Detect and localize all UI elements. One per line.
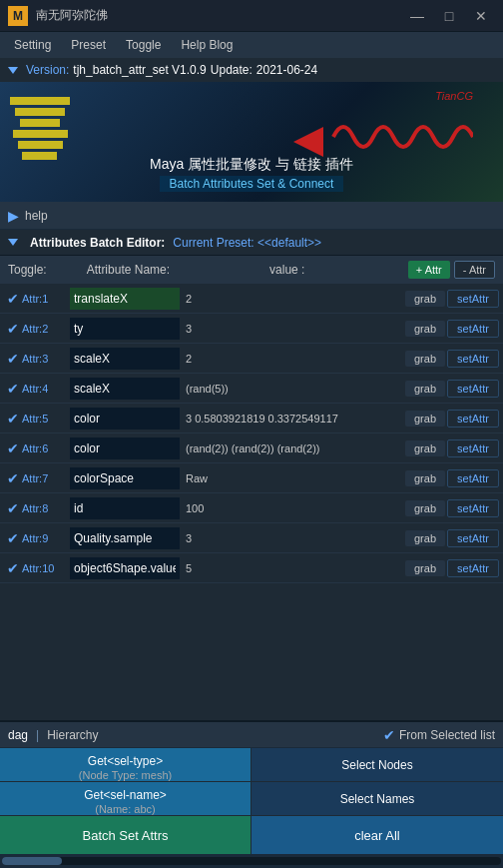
bottom-section: dag | Hierarchy ✔ From Selected list Get… [0, 720, 503, 854]
attr-name-input-4[interactable] [70, 378, 180, 400]
attr-value-4: (rand(5)) [180, 383, 405, 395]
help-expand-icon[interactable]: ▶ [8, 208, 19, 224]
toolbar-buttons: + Attr - Attr [408, 261, 495, 279]
clear-all-button[interactable]: clear All [252, 816, 503, 854]
help-label: help [25, 209, 48, 223]
setattr-button-1[interactable]: setAttr [447, 290, 499, 308]
batch-set-attrs-button[interactable]: Batch Set Attrs [0, 816, 252, 854]
attr-value-8: 100 [180, 502, 405, 514]
attr-name-input-8[interactable] [70, 497, 180, 519]
del-attr-button[interactable]: - Attr [454, 261, 495, 279]
attr-checkbox-5[interactable]: ✔ [4, 411, 22, 427]
table-row: ✔ Attr:1 2 grab setAttr [0, 284, 503, 314]
grab-button-8[interactable]: grab [405, 500, 445, 516]
attr-checkbox-9[interactable]: ✔ [4, 530, 22, 546]
setattr-button-4[interactable]: setAttr [447, 380, 499, 398]
get-sel-type-button[interactable]: Get<sel-type> (Node Type: mesh) [0, 748, 252, 782]
from-selected-checkbox[interactable]: ✔ [383, 727, 395, 743]
table-row: ✔ Attr:9 3 grab setAttr [0, 523, 503, 553]
attr-value-6: (rand(2)) (rand(2)) (rand(2)) [180, 442, 405, 454]
grab-button-7[interactable]: grab [405, 470, 445, 486]
attr-value-3: 2 [180, 353, 405, 365]
version-value: tjh_batch_attr_set V1.0.9 [73, 63, 206, 77]
grab-button-1[interactable]: grab [405, 291, 445, 307]
scrollbar-thumb[interactable] [2, 857, 62, 865]
checkmark-icon: ✔ [7, 440, 19, 456]
menu-helpblog[interactable]: Help Blog [173, 36, 241, 54]
attr-value-9: 3 [180, 532, 405, 544]
attr-checkbox-8[interactable]: ✔ [4, 500, 22, 516]
setattr-button-6[interactable]: setAttr [447, 439, 499, 457]
attr-name-input-1[interactable] [70, 288, 180, 310]
grab-button-2[interactable]: grab [405, 321, 445, 337]
grab-button-5[interactable]: grab [405, 411, 445, 427]
attr-name-input-10[interactable] [70, 557, 180, 579]
menu-toggle[interactable]: Toggle [118, 36, 169, 54]
attr-name-input-9[interactable] [70, 527, 180, 549]
attr-checkbox-2[interactable]: ✔ [4, 321, 22, 337]
dag-separator: | [36, 728, 39, 742]
setattr-button-3[interactable]: setAttr [447, 350, 499, 368]
grab-button-6[interactable]: grab [405, 440, 445, 456]
attr-id-10: Attr:10 [22, 562, 70, 574]
attr-checkbox-7[interactable]: ✔ [4, 470, 22, 486]
attr-name-input-3[interactable] [70, 348, 180, 370]
help-bar: ▶ help [0, 202, 503, 230]
grab-button-3[interactable]: grab [405, 351, 445, 367]
dag-row: dag | Hierarchy ✔ From Selected list [0, 722, 503, 748]
maximize-button[interactable]: □ [435, 6, 463, 26]
grab-button-10[interactable]: grab [405, 560, 445, 576]
setattr-button-2[interactable]: setAttr [447, 320, 499, 338]
setattr-button-10[interactable]: setAttr [447, 559, 499, 577]
banner-box-1 [10, 97, 70, 105]
scrollbar-track[interactable] [2, 857, 501, 865]
spring-decoration [323, 112, 473, 162]
add-attr-button[interactable]: + Attr [408, 261, 450, 279]
grab-button-4[interactable]: grab [405, 381, 445, 397]
app-window: M 南无阿弥陀佛 — □ ✕ Setting Preset Toggle Hel… [0, 0, 503, 868]
toolbar-row: Toggle: Attribute Name: value : + Attr -… [0, 256, 503, 284]
setattr-button-5[interactable]: setAttr [447, 410, 499, 428]
version-arrow-icon [8, 67, 18, 74]
table-row: ✔ Attr:6 (rand(2)) (rand(2)) (rand(2)) g… [0, 434, 503, 463]
from-selected-label: From Selected list [399, 728, 495, 742]
attr-name-input-7[interactable] [70, 467, 180, 489]
attr-name-input-2[interactable] [70, 318, 180, 340]
attr-name-input-5[interactable] [70, 408, 180, 430]
attr-checkbox-4[interactable]: ✔ [4, 381, 22, 397]
hierarchy-label[interactable]: Hierarchy [47, 728, 98, 742]
get-sel-name-button[interactable]: Get<sel-name> (Name: abc) [0, 782, 252, 816]
setattr-button-8[interactable]: setAttr [447, 499, 499, 517]
select-names-button[interactable]: Select Names [252, 782, 503, 816]
close-button[interactable]: ✕ [467, 6, 495, 26]
value-label: value : [269, 263, 304, 277]
dag-label[interactable]: dag [8, 728, 28, 742]
attr-id-9: Attr:9 [22, 532, 70, 544]
grab-button-9[interactable]: grab [405, 530, 445, 546]
update-label: Update: [211, 63, 252, 77]
setattr-button-7[interactable]: setAttr [447, 469, 499, 487]
attr-id-5: Attr:5 [22, 413, 70, 425]
attr-checkbox-1[interactable]: ✔ [4, 291, 22, 307]
attr-id-3: Attr:3 [22, 353, 70, 365]
attr-checkbox-6[interactable]: ✔ [4, 440, 22, 456]
select-nodes-button[interactable]: Select Nodes [252, 748, 503, 782]
table-row: ✔ Attr:2 3 grab setAttr [0, 314, 503, 344]
attr-id-7: Attr:7 [22, 472, 70, 484]
minimize-button[interactable]: — [403, 6, 431, 26]
attr-checkbox-10[interactable]: ✔ [4, 560, 22, 576]
attr-name-label: Attribute Name: [87, 263, 170, 277]
attr-id-6: Attr:6 [22, 442, 70, 454]
tiancg-brand: TianCG [435, 90, 473, 102]
table-row: ✔ Attr:4 (rand(5)) grab setAttr [0, 374, 503, 404]
table-row: ✔ Attr:7 Raw grab setAttr [0, 463, 503, 493]
menu-setting[interactable]: Setting [6, 36, 59, 54]
attr-checkbox-3[interactable]: ✔ [4, 351, 22, 367]
menu-preset[interactable]: Preset [63, 36, 114, 54]
setattr-button-9[interactable]: setAttr [447, 529, 499, 547]
banner-box-3 [20, 119, 60, 127]
attr-name-input-6[interactable] [70, 437, 180, 459]
action-buttons-grid: Get<sel-type> (Node Type: mesh) Select N… [0, 748, 503, 816]
attr-value-7: Raw [180, 472, 405, 484]
table-row: ✔ Attr:8 100 grab setAttr [0, 493, 503, 523]
